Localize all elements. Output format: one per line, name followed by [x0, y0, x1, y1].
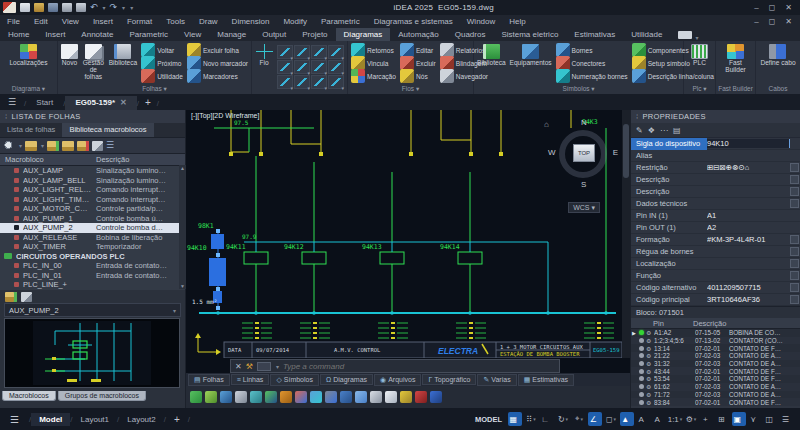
doc-tab-start[interactable]: Start [26, 96, 63, 110]
wire-style-icon[interactable] [277, 75, 293, 89]
status-toggle-icon[interactable]: ☰▾ [780, 412, 794, 426]
menu-item[interactable]: Dimension [225, 17, 277, 26]
define-cabo-button[interactable]: Define cabo [758, 43, 797, 83]
property-browse-button[interactable] [790, 199, 799, 208]
menu-item[interactable]: Diagramas e sistemas [367, 17, 460, 26]
status-toggle-icon[interactable]: ▲▾ [620, 412, 634, 426]
macroblock-row[interactable]: PLC_IN_01 Entrada de contato… [0, 271, 185, 281]
drawing-canvas[interactable]: 97.5 97.9 98K1 94K10 94K11 94K12 94K13 9… [186, 110, 630, 408]
conectores-button[interactable]: Conectores [556, 57, 628, 69]
toggle-caret-icon[interactable]: ▾ [614, 416, 617, 422]
viewcube-home-icon[interactable]: ⌂ [544, 120, 549, 129]
status-toggle-icon[interactable]: A▾ [652, 412, 666, 426]
nos-button[interactable]: Nós [400, 70, 436, 82]
group-label-plc[interactable]: Plc ▾ [684, 83, 715, 94]
viewcube-west[interactable]: W [548, 148, 556, 157]
status-toggle-icon[interactable]: ▦▾ [508, 412, 522, 426]
canvas-tool-icon[interactable] [220, 391, 232, 403]
equipamentos-button[interactable]: Equipamentos [508, 43, 554, 83]
canvas-tool-icon[interactable] [325, 391, 337, 403]
ribbon-tab[interactable]: Output [254, 28, 294, 41]
ribbon-tab[interactable]: Utilidade [623, 28, 670, 41]
redo-caret-icon[interactable]: ▾ [122, 4, 125, 11]
canvas-tool-icon[interactable] [370, 391, 382, 403]
retornos-button[interactable]: Retornos [351, 44, 396, 56]
ribbon-options-caret-icon[interactable]: ▾ [695, 34, 698, 41]
plot-icon[interactable] [76, 3, 86, 12]
search-icon[interactable] [4, 141, 15, 151]
pin-row[interactable]: ▶ ⚙ A1:A2 07-15-05 BOBINA DE CO… [631, 329, 800, 337]
idea-panel-tab[interactable]: ▤ Folhas [188, 374, 230, 386]
idea-panel-tab[interactable]: ▦ Estimativas [518, 374, 574, 386]
remove-folder-icon[interactable] [77, 141, 89, 151]
status-toggle-icon[interactable]: ⌖▾ [572, 412, 586, 426]
expand-arrow-icon[interactable]: ▶ [631, 330, 637, 336]
status-toggle-icon[interactable]: 1:1▾ [668, 412, 682, 426]
ribbon-tab[interactable]: Parametric [121, 28, 176, 41]
canvas-tool-icon[interactable] [265, 391, 277, 403]
add-folder-icon[interactable] [47, 141, 59, 151]
macroblock-row[interactable]: CIRCUITOS OPERANDOS PLC [0, 252, 185, 262]
menu-item[interactable]: Window [460, 17, 502, 26]
maximize-button[interactable]: ◻ [769, 3, 776, 12]
viewcube-south[interactable]: S [581, 180, 586, 189]
macroblock-select[interactable]: AUX_PUMP_2 ▾ [4, 303, 181, 317]
wire-style-icon[interactable] [294, 60, 310, 74]
column-descricao[interactable]: Descrição [96, 155, 185, 164]
property-row[interactable]: Régua de bornes [631, 246, 800, 258]
new-file-icon[interactable] [20, 3, 30, 12]
toggle-caret-icon[interactable]: ▾ [533, 416, 536, 422]
layout1-tab[interactable]: Layout1 [73, 413, 117, 426]
ribbon-tab[interactable]: Home [0, 28, 37, 41]
wire-style-icon[interactable] [277, 45, 293, 59]
list-view-icon[interactable]: ☰ [106, 141, 114, 150]
property-row[interactable]: Código alternativo 4011209507715 [631, 282, 800, 294]
status-toggle-icon[interactable]: ⋎▾ [748, 412, 762, 426]
ribbon-tab[interactable]: Annotate [73, 28, 121, 41]
panel-grip-icon[interactable]: ⁞ [636, 112, 639, 121]
new-doc-tab-button[interactable]: + [145, 97, 151, 108]
wire-style-icon[interactable] [311, 75, 327, 89]
command-input[interactable] [283, 362, 555, 371]
scroll-down-icon[interactable]: ▼ [180, 283, 185, 289]
status-toggle-icon[interactable]: ▣▾ [732, 412, 746, 426]
fio-button[interactable]: Fio [253, 43, 275, 91]
column-pin-descricao[interactable]: Descrição [693, 319, 800, 328]
viewcube-east[interactable]: E [613, 148, 618, 157]
property-browse-button[interactable] [790, 247, 799, 256]
menu-item[interactable]: Parametric [314, 17, 367, 26]
edit-pencil-icon[interactable]: ✎ [636, 126, 643, 135]
layers-icon[interactable]: ▤ [673, 126, 681, 135]
status-toggle-icon[interactable]: ⠿▾ [524, 412, 538, 426]
tab-biblioteca-macroblocos[interactable]: Biblioteca macroblocos [62, 123, 153, 137]
canvas-tool-icon[interactable] [190, 391, 202, 403]
excluir-button[interactable]: Excluir [400, 57, 436, 69]
pin-row[interactable]: ▶ ⚙ 83:84 07-02-01 CONTATO DE F… [631, 398, 800, 406]
ribbon-extra-icon[interactable] [678, 31, 692, 39]
idea-panel-tab[interactable]: ◇ Símbolos [270, 374, 319, 386]
idea-panel-tab[interactable]: ≡ Linhas [231, 374, 270, 385]
status-toggle-icon[interactable]: ⚙▾ [684, 412, 698, 426]
minimize-button[interactable]: – [754, 3, 758, 12]
property-browse-button[interactable] [790, 187, 799, 196]
gestao-de-folhas-button[interactable]: Gestão de folhas [80, 43, 107, 83]
editar-button[interactable]: Editar [400, 44, 436, 56]
canvas-tool-icon[interactable] [430, 391, 442, 403]
folder-caret-icon[interactable]: ▾ [41, 142, 44, 149]
macroblock-row[interactable]: AUX_RELEASE Bobina de liberação [0, 233, 185, 243]
insert-block-icon[interactable] [5, 292, 17, 302]
wcs-dropdown[interactable]: WCS ▾ [568, 202, 600, 213]
status-toggle-icon[interactable]: A▾ [636, 412, 650, 426]
viewcube-north[interactable]: N [581, 118, 587, 127]
macroblock-row[interactable]: AUX_LIGHT_REL… Comando interrupt… [0, 185, 185, 195]
command-tools-icon[interactable]: ⚒ [246, 362, 253, 371]
save-icon[interactable] [48, 3, 58, 12]
pin-row[interactable]: ▶ ⚙ 43:44 07-02-01 CONTATO DE F… [631, 367, 800, 375]
localizacoes-button[interactable]: Localizações [7, 43, 49, 83]
macroblock-row[interactable]: AUX_PUMP_1 Controle bomba ú… [0, 214, 185, 224]
wire-style-icon[interactable] [277, 60, 293, 74]
fast-builder-button[interactable]: Fast Builder [717, 43, 754, 83]
macroblock-row[interactable]: PLC_IN_00 Entrada de contato… [0, 261, 185, 271]
ribbon-tab[interactable]: Sistema eletrico [493, 28, 566, 41]
command-caret-icon[interactable]: ▾ [276, 363, 279, 370]
